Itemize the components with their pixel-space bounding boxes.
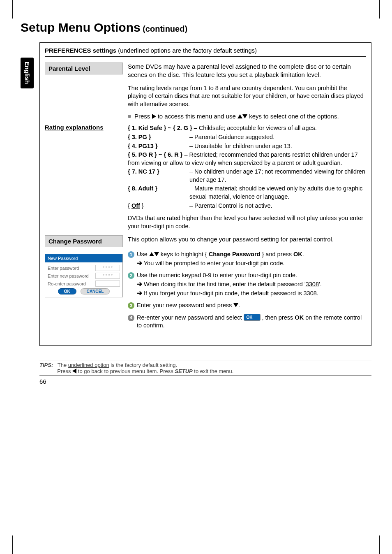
preferences-panel: PREFERENCES settings (underlined options…: [39, 42, 371, 346]
page-number: 66: [39, 378, 371, 385]
page-title: Setup Menu Options (continued): [21, 21, 371, 38]
result-arrow-icon: ➔: [137, 280, 142, 287]
up-arrow-icon: [149, 252, 154, 256]
rating-val: – Parental Guidance suggested.: [189, 133, 366, 142]
text: .: [302, 251, 304, 257]
rating-key: { 8. Adult }: [128, 185, 157, 192]
crop-mark: [379, 0, 380, 19]
text: to access this menu and use: [156, 113, 238, 120]
dialog-label: Enter new password: [48, 274, 89, 278]
text: , then press: [261, 314, 295, 321]
step-number-icon: 1: [128, 251, 134, 258]
text: OK: [293, 251, 302, 257]
text: keys to highlight {: [159, 251, 209, 257]
step-2: 2 Use the numeric keypad 0-9 to enter yo…: [128, 271, 366, 297]
default-code: 3308: [304, 290, 317, 297]
text: } and press: [260, 251, 293, 257]
text: SETUP: [175, 368, 192, 374]
parental-note: The rating levels range from 1 to 8 and …: [128, 84, 366, 109]
step-number-icon: 2: [128, 272, 134, 279]
up-arrow-icon: [238, 114, 242, 118]
crop-mark: [12, 535, 13, 554]
result-arrow-icon: ➔: [137, 290, 142, 297]
parental-level-label: Parental Level: [45, 63, 123, 74]
step-4: 4 Re-enter your new password and select …: [128, 314, 366, 330]
dialog-ok-button[interactable]: OK: [58, 288, 76, 294]
text: The: [58, 362, 68, 368]
change-password-label: Change Password: [45, 235, 123, 247]
step-number-icon: 3: [128, 302, 134, 309]
enter-new-password-input[interactable]: * * * *: [95, 273, 120, 279]
text: '.: [319, 281, 322, 287]
rating-val: – No children under age 17; not recommen…: [189, 167, 366, 184]
rating-key-off: Off: [131, 202, 140, 209]
text: Enter your new password and press: [137, 302, 233, 308]
right-arrow-icon: [152, 114, 156, 119]
text: OK: [295, 314, 304, 321]
reenter-password-input[interactable]: [95, 280, 120, 287]
down-arrow-icon: [154, 252, 159, 256]
section-header-bold: PREFERENCES settings: [45, 47, 116, 54]
rating-val: – Parental Control is not active.: [189, 202, 366, 211]
rating-val: – Unsuitable for children under age 13.: [189, 142, 366, 151]
result-arrow-icon: ➔: [137, 260, 142, 267]
section-header-rest: (underlined options are the factory defa…: [116, 47, 257, 54]
title-continued: (continued): [141, 24, 187, 33]
rating-val: – Childsafe; acceptable for viewers of a…: [192, 125, 317, 131]
language-tab-label: English: [24, 62, 31, 84]
step-3: 3 Enter your new password and press .: [128, 301, 366, 310]
text: Press: [57, 368, 72, 374]
down-arrow-icon: [233, 303, 238, 307]
parental-instruction: Press to access this menu and use keys t…: [128, 112, 366, 121]
section-header: PREFERENCES settings (underlined options…: [45, 47, 366, 57]
enter-password-input[interactable]: * * * *: [95, 265, 120, 271]
left-arrow-icon: [72, 369, 76, 373]
text: keys to select one of the options.: [247, 113, 339, 120]
dialog-title: New Password: [45, 254, 122, 262]
down-arrow-icon: [242, 114, 247, 118]
text: Re-enter your new password and select: [137, 314, 244, 321]
text: to exit the menu.: [193, 368, 234, 374]
crop-mark: [379, 535, 380, 554]
step-number-icon: 4: [128, 315, 134, 321]
bullet-dot-icon: [128, 115, 131, 118]
title-main: Setup Menu Options: [21, 21, 141, 34]
rating-key: { 5. PG R } ~ { 6. R }: [128, 151, 182, 158]
ratings-footer: DVDs that are rated higher than the leve…: [128, 214, 366, 230]
text: Use the numeric keypad 0-9 to enter your…: [137, 272, 297, 278]
text: is the factory default setting.: [109, 362, 177, 368]
text: to go back to previous menu item. Press: [76, 368, 175, 374]
dialog-label: Enter password: [48, 266, 79, 271]
text: .: [238, 302, 240, 308]
tips-label: TIPS:: [39, 362, 53, 368]
dialog-cancel-button[interactable]: CANCEL: [81, 288, 110, 294]
ok-pill-icon: OK: [244, 314, 261, 321]
default-code: 3308: [306, 281, 319, 287]
password-dialog: New Password Enter password* * * * Enter…: [45, 254, 123, 297]
tips-box: TIPS: The underlined option is the facto…: [39, 361, 371, 376]
change-password-intro: This option allows you to change your pa…: [128, 235, 366, 243]
rating-explanations-heading: Rating explanations: [45, 124, 123, 131]
rating-key: { 3. PG }: [128, 134, 151, 140]
text: underlined option: [68, 362, 109, 368]
text: Press: [134, 113, 152, 120]
text: When doing this for the first time, ente…: [142, 281, 306, 287]
rating-val: – Mature material; should be viewed only…: [189, 184, 366, 201]
rating-key: { 1. Kid Safe } ~ { 2. G }: [128, 125, 192, 131]
text: .: [317, 290, 318, 297]
ratings-table: { 1. Kid Safe } ~ { 2. G } – Childsafe; …: [128, 124, 366, 210]
language-tab: English: [21, 58, 34, 88]
rating-key: { 7. NC 17 }: [128, 168, 159, 175]
crop-mark: [12, 0, 13, 19]
step-1: 1 Use keys to highlight { Change Passwor…: [128, 250, 366, 267]
text: Use: [137, 251, 149, 257]
rating-key: { 4. PG13 }: [128, 143, 158, 149]
text: You will be prompted to enter your four-…: [142, 260, 285, 267]
text: If you forget your four-digit pin code, …: [142, 290, 304, 297]
dialog-label: Re-enter password: [48, 281, 86, 286]
text: Change Password: [209, 251, 261, 257]
parental-intro: Some DVDs may have a parental level assi…: [128, 63, 366, 79]
